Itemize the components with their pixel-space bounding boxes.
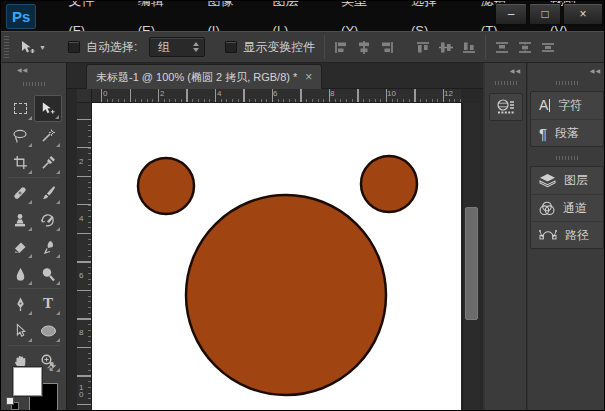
default-colors-icon[interactable] <box>6 397 19 410</box>
ruler-mark: 6 <box>79 272 86 279</box>
paragraph-panel-button[interactable]: ¶ 段落 <box>531 119 603 146</box>
eyedropper-icon <box>41 155 56 170</box>
blur-drop-icon <box>13 266 28 282</box>
options-bar: ▼ 自动选择: 组 显示变换控件 <box>1 31 605 63</box>
tools-panel-grip[interactable] <box>23 82 45 86</box>
show-transform-checkbox[interactable] <box>225 41 237 53</box>
head-circle[interactable] <box>186 195 386 395</box>
collapse-icons-icon[interactable]: ◀◀ <box>510 67 521 74</box>
dodge-icon <box>40 266 56 282</box>
distribute-top-icon[interactable] <box>495 41 509 54</box>
tool-gradient[interactable] <box>34 233 62 260</box>
distribute-middle-icon[interactable] <box>518 41 532 54</box>
layers-panel-button[interactable]: 图层 <box>531 167 603 194</box>
tool-divider <box>8 345 60 346</box>
tool-brush[interactable] <box>34 179 62 206</box>
tool-clone-stamp[interactable] <box>6 206 34 233</box>
move-tool-icon <box>19 40 36 55</box>
auto-select-mode-dropdown[interactable]: 组 <box>149 37 205 57</box>
character-panel-button[interactable]: A 字符 <box>531 92 603 119</box>
align-group-vertical <box>416 41 476 54</box>
foreground-color-swatch[interactable] <box>13 367 42 396</box>
tab-close-icon[interactable]: × <box>305 71 312 83</box>
ruler-mark: 12 <box>444 89 453 98</box>
minimize-button[interactable]: – <box>495 3 527 25</box>
align-right-edges-icon[interactable] <box>462 41 476 54</box>
ruler-mark: 4 <box>217 89 221 98</box>
align-group-horizontal <box>334 41 394 54</box>
ruler-mark: 10 <box>387 89 396 98</box>
vertical-ruler[interactable]: 246810 <box>77 103 92 411</box>
collapse-panels-icon[interactable]: ◀◀ <box>590 67 601 74</box>
icon-column-grip[interactable] <box>495 81 517 85</box>
ruler-mark: 6 <box>273 89 277 98</box>
tool-history-brush[interactable] <box>34 206 62 233</box>
gradient-icon <box>40 239 56 255</box>
materials-panel-button[interactable] <box>489 93 523 121</box>
materials-panel-icon <box>495 98 517 116</box>
document-tab-bar: 未标题-1 @ 100% (椭圆 2 拷贝, RGB/8) * × <box>67 63 483 89</box>
canvas[interactable] <box>92 103 461 411</box>
close-button[interactable]: × <box>563 3 603 25</box>
left-ear-circle[interactable] <box>138 158 194 214</box>
tool-magic-wand[interactable] <box>34 122 62 149</box>
panel-group1-grip[interactable] <box>556 81 578 85</box>
horizontal-ruler[interactable]: 024681012 <box>92 89 461 103</box>
move-icon <box>40 101 56 116</box>
collapsed-panel-column: ◀◀ <box>485 63 527 411</box>
color-swatches: ⇄ <box>1 363 67 411</box>
align-horizontal-centers-icon[interactable] <box>439 41 453 54</box>
brush-icon <box>40 185 56 201</box>
tool-ellipse-shape[interactable] <box>34 317 62 344</box>
align-left-edges-icon[interactable] <box>416 41 430 54</box>
paths-panel-button[interactable]: 路径 <box>531 221 603 248</box>
ruler-mark: 10 <box>79 384 86 398</box>
options-separator <box>324 35 325 59</box>
document-tab[interactable]: 未标题-1 @ 100% (椭圆 2 拷贝, RGB/8) * × <box>86 64 322 89</box>
tool-type[interactable]: T <box>34 290 62 317</box>
options-separator-2 <box>485 35 486 59</box>
panel-group2-grip[interactable] <box>556 156 578 160</box>
photoshop-logo: Ps <box>6 4 36 29</box>
crop-icon <box>13 155 28 170</box>
channels-panel-icon <box>539 201 555 216</box>
tool-dodge[interactable] <box>34 260 62 287</box>
tool-spot-healing-brush[interactable] <box>6 179 34 206</box>
tool-move[interactable] <box>34 95 62 122</box>
options-grip[interactable] <box>4 36 9 58</box>
right-ear-circle[interactable] <box>361 156 417 212</box>
vertical-scrollbar[interactable] <box>462 103 480 411</box>
tool-rectangular-marquee[interactable] <box>6 95 34 122</box>
clone-stamp-icon <box>12 212 28 228</box>
move-tool-preset[interactable]: ▼ <box>19 40 46 55</box>
ruler-corner[interactable] <box>77 89 92 103</box>
align-bottom-edges-icon[interactable] <box>380 41 394 54</box>
icon-column-header: ◀◀ <box>485 63 526 75</box>
tool-eraser[interactable] <box>6 233 34 260</box>
distribute-group <box>495 41 555 54</box>
lasso-icon <box>12 128 28 144</box>
tool-pen[interactable] <box>6 290 34 317</box>
maximize-button[interactable]: □ <box>529 3 561 25</box>
align-top-edges-icon[interactable] <box>334 41 348 54</box>
channels-panel-button[interactable]: 通道 <box>531 194 603 221</box>
channels-panel-label: 通道 <box>563 200 587 217</box>
tool-lasso[interactable] <box>6 122 34 149</box>
show-transform-label: 显示变换控件 <box>243 39 315 56</box>
auto-select-checkbox[interactable] <box>68 41 80 53</box>
tool-crop[interactable] <box>6 149 34 176</box>
distribute-bottom-icon[interactable] <box>541 41 555 54</box>
panel-dock: ◀◀ ◀◀ A <box>483 63 605 411</box>
ellipse-shape-icon <box>40 324 57 338</box>
tool-eyedropper[interactable] <box>34 149 62 176</box>
scrollbar-thumb[interactable] <box>465 207 478 320</box>
align-vertical-centers-icon[interactable] <box>357 41 371 54</box>
ruler-mark: 2 <box>160 89 164 98</box>
panel-group-type: A 字符 ¶ 段落 <box>530 91 604 147</box>
tool-path-selection[interactable] <box>6 317 34 344</box>
collapse-tools-icon[interactable]: ◀◀ <box>17 66 28 73</box>
panel-button-column: ◀◀ A 字符 ¶ 段落 <box>528 63 605 411</box>
eraser-icon <box>12 239 28 255</box>
history-brush-icon <box>40 212 56 228</box>
tool-blur[interactable] <box>6 260 34 287</box>
